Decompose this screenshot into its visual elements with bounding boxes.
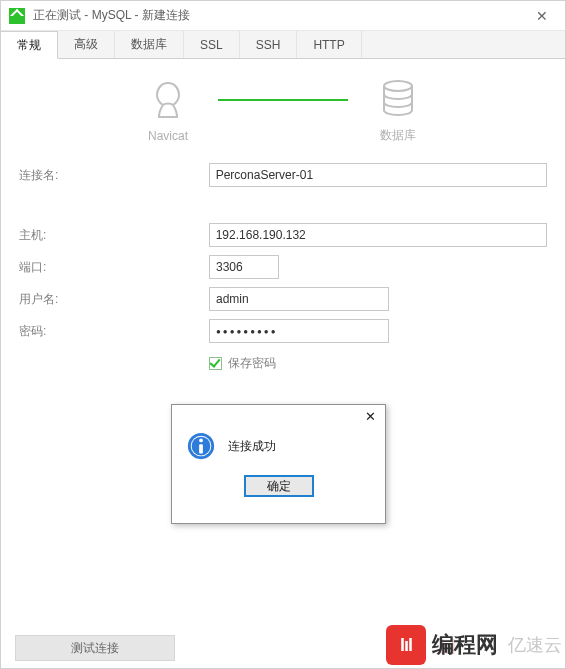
tab-http[interactable]: HTTP (297, 31, 361, 58)
close-icon[interactable]: ✕ (527, 8, 557, 24)
form-body: Navicat 数据库 连接名: 主机: 端口: (1, 59, 565, 628)
ok-button[interactable]: 确定 (244, 475, 314, 497)
watermark-text-bold: 编程网 (432, 630, 498, 660)
tab-label: SSL (200, 38, 223, 52)
tab-label: 高级 (74, 36, 98, 53)
svg-rect-5 (199, 444, 203, 453)
hero-connector-line (218, 99, 348, 101)
svg-point-4 (199, 439, 203, 443)
svg-point-0 (384, 81, 412, 91)
tab-label: HTTP (313, 38, 344, 52)
tab-advanced[interactable]: 高级 (58, 31, 115, 58)
connection-dialog-window: 正在测试 - MySQL - 新建连接 ✕ 常规 高级 数据库 SSL SSH … (0, 0, 566, 669)
hero-right-label: 数据库 (358, 127, 438, 144)
port-label: 端口: (19, 259, 79, 276)
dialog-message: 连接成功 (228, 438, 276, 455)
tab-general[interactable]: 常规 (1, 31, 58, 59)
hero-left-label: Navicat (128, 129, 208, 143)
window-title: 正在测试 - MySQL - 新建连接 (33, 7, 190, 24)
host-input[interactable] (209, 223, 547, 247)
host-label: 主机: (19, 227, 79, 244)
watermark: lıl 编程网 亿速云 (386, 625, 562, 665)
watermark-badge-icon: lıl (386, 625, 426, 665)
password-input[interactable] (209, 319, 389, 343)
tab-database[interactable]: 数据库 (115, 31, 184, 58)
app-icon (9, 8, 25, 24)
navicat-icon (147, 79, 189, 121)
message-dialog: ✕ 连接成功 确定 (171, 404, 386, 524)
conn-name-input[interactable] (209, 163, 547, 187)
user-label: 用户名: (19, 291, 79, 308)
tab-label: 数据库 (131, 36, 167, 53)
save-password-label: 保存密码 (228, 355, 276, 372)
tab-ssl[interactable]: SSL (184, 31, 240, 58)
tab-label: 常规 (17, 37, 41, 54)
dialog-close-icon[interactable]: ✕ (359, 409, 381, 424)
save-password-checkbox[interactable] (209, 357, 222, 370)
watermark-text-light: 亿速云 (508, 633, 562, 657)
database-icon (377, 77, 419, 119)
tab-label: SSH (256, 38, 281, 52)
username-input[interactable] (209, 287, 389, 311)
port-input[interactable] (209, 255, 279, 279)
info-icon (186, 431, 216, 461)
tab-strip: 常规 高级 数据库 SSL SSH HTTP (1, 31, 565, 59)
test-connection-button[interactable]: 测试连接 (15, 635, 175, 661)
pass-label: 密码: (19, 323, 79, 340)
tab-ssh[interactable]: SSH (240, 31, 298, 58)
titlebar: 正在测试 - MySQL - 新建连接 ✕ (1, 1, 565, 31)
conn-name-label: 连接名: (19, 167, 79, 184)
connection-hero: Navicat 数据库 (19, 77, 547, 144)
